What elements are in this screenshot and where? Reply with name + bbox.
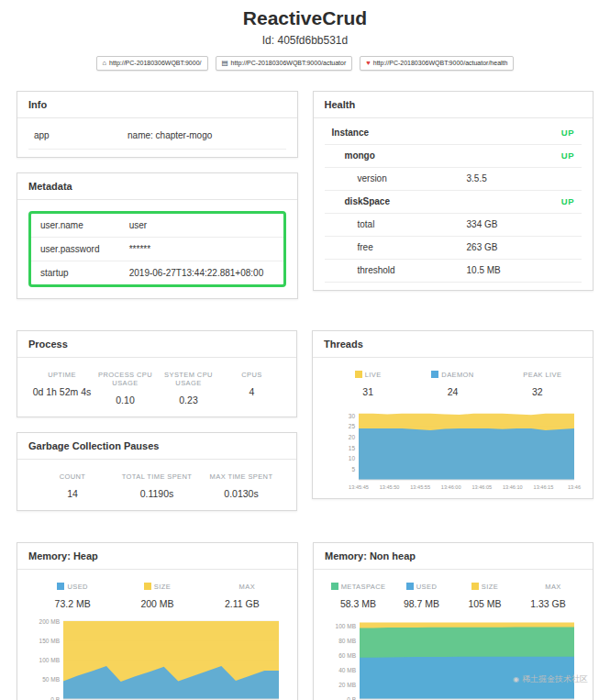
metadata-key: user.name — [40, 220, 129, 230]
legend-swatch — [355, 371, 362, 378]
threads-panel: Threads LIVE 31 — [312, 330, 593, 499]
status-badge: UP — [538, 150, 574, 161]
info-panel: Info app name: chapter-mogo — [17, 91, 298, 158]
health-label: mongo — [332, 150, 454, 161]
stat-cpus: CPUS 4 — [220, 371, 283, 406]
health-label: threshold — [332, 265, 467, 275]
endpoint-link-label: http://PC-20180306WQBT:9000/ — [109, 60, 201, 66]
svg-text:5: 5 — [351, 465, 355, 472]
svg-text:100 MB: 100 MB — [39, 657, 60, 663]
health-label: diskSpace — [332, 196, 454, 206]
svg-text:13:46:15: 13:46:15 — [534, 484, 554, 490]
metadata-panel-title: Metadata — [17, 173, 297, 200]
svg-text:50 MB: 50 MB — [42, 676, 60, 683]
svg-text:13:46:00: 13:46:00 — [441, 484, 461, 490]
health-value: 3.5.5 — [467, 173, 552, 183]
endpoint-link-health[interactable]: ♥ http://PC-20180306WQBT:9000/actuator/h… — [360, 56, 514, 71]
status-badge: UP — [538, 196, 574, 206]
legend-nonheap-max: MAX 1.33 GB — [516, 583, 580, 609]
watermark: ◉ 稀土掘金技术社区 — [513, 673, 588, 685]
health-row-diskspace: diskSpace UP — [325, 191, 582, 214]
info-panel-title: Info — [17, 92, 297, 118]
svg-text:40 MB: 40 MB — [338, 666, 356, 672]
stat-uptime: UPTIME 0d 1h 52m 4s — [30, 371, 94, 406]
legend-heap-max: MAX 2.11 GB — [200, 583, 284, 609]
row-process-threads: Process UPTIME 0d 1h 52m 4s PROCESS CPU … — [17, 330, 593, 511]
legend-peak-live: PEAK LIVE 32 — [495, 371, 580, 397]
metadata-row: user.password ****** — [31, 238, 283, 261]
legend-metaspace: METASPACE 58.3 MB — [327, 583, 390, 609]
process-panel-title: Process — [17, 331, 296, 358]
info-value: name: chapter-mogo — [128, 130, 280, 140]
info-row: app name: chapter-mogo — [28, 122, 286, 150]
svg-text:13:46: 13:46 — [568, 484, 581, 490]
legend-swatch — [57, 583, 64, 590]
health-value: 10.5 MB — [467, 265, 552, 275]
metadata-key: startup — [40, 268, 129, 278]
legend-live: LIVE 31 — [326, 371, 410, 397]
endpoint-link-label: http://PC-20180306WQBT:9000/actuator — [231, 60, 347, 66]
row-info-health: Info app name: chapter-mogo Metadata use… — [17, 91, 593, 299]
health-label: Instance — [332, 128, 441, 138]
health-panel: Health Instance UP mongo UP version 3. — [313, 91, 594, 291]
info-key: app — [34, 130, 128, 140]
metadata-value: 2019-06-27T13:44:22.881+08:00 — [129, 268, 274, 278]
page-header: ReactiveCrud Id: 405fd6bb531d ⌂ http://P… — [0, 0, 610, 71]
svg-text:80 MB: 80 MB — [338, 637, 356, 643]
svg-text:60 MB: 60 MB — [338, 651, 356, 658]
svg-text:13:46:10: 13:46:10 — [503, 484, 523, 490]
legend-swatch — [406, 583, 414, 590]
svg-text:30: 30 — [349, 412, 356, 418]
gc-panel: Garbage Collection Pauses COUNT 14 TOTAL… — [17, 432, 297, 511]
memory-heap-panel-title: Memory: Heap — [17, 543, 297, 570]
svg-text:150 MB: 150 MB — [39, 637, 60, 643]
app-title: ReactiveCrud — [0, 7, 610, 29]
svg-text:20: 20 — [349, 433, 356, 439]
health-value: 263 GB — [467, 242, 552, 252]
svg-text:15: 15 — [349, 444, 356, 450]
endpoint-links: ⌂ http://PC-20180306WQBT:9000/ ▤ http://… — [0, 56, 610, 71]
health-value: 334 GB — [467, 219, 552, 229]
svg-text:13:45:45: 13:45:45 — [349, 484, 369, 490]
metadata-highlight-box: user.name user user.password ****** star… — [28, 211, 286, 287]
endpoint-link-label: http://PC-20180306WQBT:9000/actuator/hea… — [373, 60, 508, 66]
gc-panel-title: Garbage Collection Pauses — [17, 433, 296, 460]
health-panel-title: Health — [314, 92, 593, 118]
stat-system-cpu: SYSTEM CPU USAGE 0.23 — [157, 371, 220, 406]
legend-swatch — [144, 583, 151, 590]
heart-icon: ♥ — [366, 60, 370, 67]
endpoint-link-root[interactable]: ⌂ http://PC-20180306WQBT:9000/ — [96, 56, 208, 71]
row-memory: Memory: Heap USED 73.2 MB — [17, 542, 593, 700]
stat-gc-max-time: MAX TIME SPENT 0.0130s — [199, 472, 283, 499]
svg-text:13:45:55: 13:45:55 — [410, 484, 430, 490]
memory-heap-chart: 200 MB150 MB100 MB50 MB0 B13:45:4513:45:… — [28, 617, 286, 700]
legend-daemon: DAEMON 24 — [410, 371, 494, 397]
svg-text:25: 25 — [349, 423, 356, 429]
svg-text:100 MB: 100 MB — [336, 623, 356, 629]
health-row-version: version 3.5.5 — [325, 168, 582, 191]
svg-text:0 B: 0 B — [50, 695, 60, 700]
legend-heap-used: USED 73.2 MB — [30, 583, 115, 609]
legend-heap-size: SIZE 200 MB — [115, 583, 199, 609]
legend-swatch — [331, 583, 338, 590]
health-row-instance: Instance UP — [325, 122, 582, 145]
stat-process-cpu: PROCESS CPU USAGE 0.10 — [94, 371, 157, 406]
metadata-value: user — [129, 220, 274, 230]
svg-text:20 MB: 20 MB — [338, 681, 356, 687]
health-row-free: free 263 GB — [325, 237, 582, 260]
health-row-mongo: mongo UP — [325, 145, 582, 168]
health-label: free — [332, 242, 467, 252]
juejin-logo-icon: ◉ — [513, 675, 519, 683]
memory-nonheap-chart: 100 MB80 MB60 MB40 MB20 MB0 B13:45:4513:… — [325, 617, 582, 700]
svg-text:200 MB: 200 MB — [39, 617, 60, 624]
legend-nonheap-used: USED 98.7 MB — [390, 583, 453, 609]
home-icon: ⌂ — [103, 60, 107, 67]
endpoint-link-actuator[interactable]: ▤ http://PC-20180306WQBT:9000/actuator — [216, 56, 353, 71]
threads-chart: 3025201510513:45:4513:45:5013:45:5513:46… — [324, 405, 582, 491]
stat-gc-count: COUNT 14 — [30, 472, 115, 499]
process-panel: Process UPTIME 0d 1h 52m 4s PROCESS CPU … — [17, 330, 297, 417]
metadata-key: user.password — [40, 244, 129, 254]
svg-text:13:46:05: 13:46:05 — [471, 484, 492, 490]
memory-heap-panel: Memory: Heap USED 73.2 MB — [17, 542, 298, 700]
watermark-text: 稀土掘金技术社区 — [522, 673, 588, 685]
